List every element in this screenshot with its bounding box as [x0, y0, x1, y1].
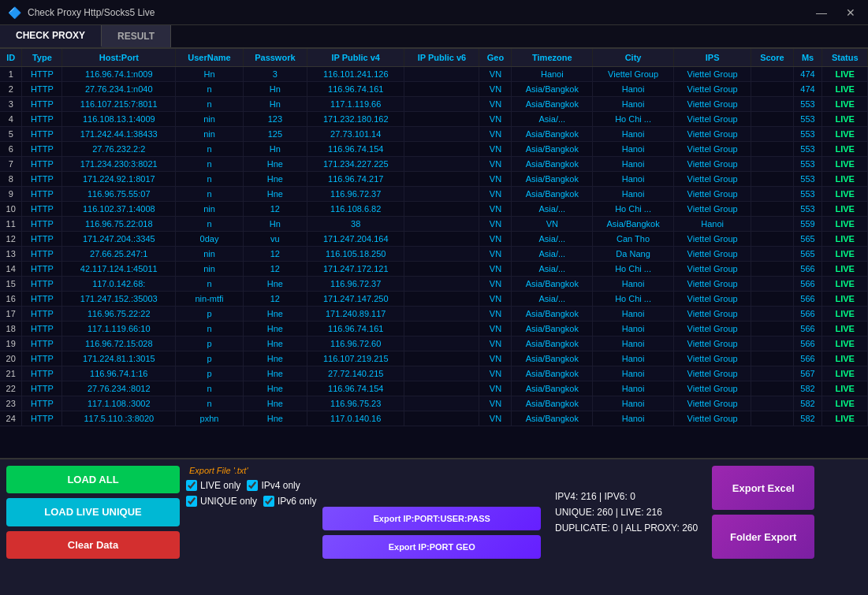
table-cell: HTTP	[22, 217, 62, 232]
table-cell: LIVE	[822, 187, 868, 202]
table-cell: pxhn	[176, 411, 243, 426]
table-cell: Asia/Bangkok	[512, 411, 593, 426]
table-cell: nin	[176, 127, 243, 142]
table-cell: Asia/Bangkok	[512, 157, 593, 172]
bottom-panel: LOAD ALL LOAD LIVE UNIQUE Clear Data Exp…	[0, 459, 868, 565]
table-cell: 116.96.72.60	[307, 337, 404, 351]
table-cell: 117.1.119.66:10	[62, 322, 176, 337]
table-cell: HTTP	[22, 396, 62, 411]
export-ip-port-user-pass-button[interactable]: Export IP:PORT:USER:PASS	[322, 507, 541, 530]
col-header-passwork: Passwork	[243, 49, 307, 67]
col-header-ip-public-v4: IP Public v4	[307, 49, 404, 67]
table-cell: LIVE	[822, 277, 868, 292]
table-cell: HTTP	[22, 247, 62, 262]
table-cell: 553	[793, 157, 822, 172]
table-row: 3HTTP116.107.215:7:8011nHn117.1.119.66VN…	[0, 97, 868, 112]
table-cell: 553	[793, 187, 822, 202]
table-cell: VN	[479, 187, 512, 202]
table-cell: Asia/Bangkok	[512, 366, 593, 381]
load-all-button[interactable]: LOAD ALL	[6, 466, 180, 493]
ipv4-only-checkbox[interactable]: IPv4 only	[247, 480, 300, 491]
col-header-ms: Ms	[793, 49, 822, 67]
live-only-checkbox[interactable]: LIVE only	[186, 480, 240, 491]
table-row: 6HTTP27.76.232.2:2nHn116.96.74.154VNAsia…	[0, 142, 868, 157]
unique-only-checkbox[interactable]: UNIQUE only	[186, 496, 257, 507]
table-cell: LIVE	[822, 381, 868, 396]
table-cell: 12	[243, 247, 307, 262]
table-cell: HTTP	[22, 232, 62, 247]
table-cell: 16	[0, 292, 22, 307]
table-cell: Asia/Bangkok	[593, 217, 674, 232]
table-cell: n	[176, 142, 243, 157]
tab-result[interactable]: RESULT	[102, 25, 171, 47]
export-excel-button[interactable]: Export Excel	[712, 466, 814, 510]
table-cell: 566	[793, 292, 822, 307]
table-cell	[404, 217, 479, 232]
table-cell: LIVE	[822, 396, 868, 411]
table-cell: Asia/Bangkok	[512, 337, 593, 351]
table-cell: 15	[0, 277, 22, 292]
table-cell	[751, 322, 793, 337]
table-cell	[404, 262, 479, 277]
table-row: 16HTTP171.247.152.:35003nin-mtfi12171.24…	[0, 292, 868, 307]
table-cell: Asia/Bangkok	[512, 82, 593, 97]
table-cell: Asia/...	[512, 202, 593, 217]
table-cell: VN	[479, 142, 512, 157]
table-cell: Hne	[243, 396, 307, 411]
table-cell: LIVE	[822, 322, 868, 337]
table-cell: 117.1.108.:3002	[62, 396, 176, 411]
table-cell: Asia/Bangkok	[512, 351, 593, 366]
table-cell	[751, 172, 793, 187]
table-cell: HTTP	[22, 112, 62, 127]
table-cell: Hanoi	[593, 381, 674, 396]
table-cell: 116.101.241.126	[307, 67, 404, 82]
table-cell: 116.96.74.154	[307, 381, 404, 396]
table-cell: HTTP	[22, 82, 62, 97]
clear-data-button[interactable]: Clear Data	[6, 531, 180, 559]
table-cell: 553	[793, 97, 822, 112]
table-cell: 566	[793, 322, 822, 337]
table-cell: Asia/...	[512, 232, 593, 247]
table-cell: Asia/Bangkok	[512, 277, 593, 292]
ipv6-only-checkbox[interactable]: IPv6 only	[263, 496, 316, 507]
table-cell	[404, 366, 479, 381]
table-cell	[751, 187, 793, 202]
table-cell: LIVE	[822, 97, 868, 112]
minimize-button[interactable]: —	[811, 5, 832, 20]
table-cell: Viettel Group	[673, 396, 751, 411]
table-cell	[404, 232, 479, 247]
table-cell: Viettel Group	[673, 337, 751, 351]
table-cell: VN	[479, 351, 512, 366]
tab-check-proxy[interactable]: CHECK PROXY	[0, 25, 102, 47]
table-row: 2HTTP27.76.234.1:n040nHn116.96.74.161VNA…	[0, 82, 868, 97]
table-body: 1HTTP116.96.74.1:n009Hn3116.101.241.126V…	[0, 67, 868, 426]
table-cell: 565	[793, 247, 822, 262]
table-cell: LIVE	[822, 351, 868, 366]
table-cell: 117.0.142.68:	[62, 277, 176, 292]
table-cell: Can Tho	[593, 232, 674, 247]
table-cell: Viettel Group	[673, 277, 751, 292]
table-cell: 123	[243, 112, 307, 127]
table-cell: 22	[0, 381, 22, 396]
table-cell: 7	[0, 157, 22, 172]
table-cell: 12	[243, 292, 307, 307]
table-cell: p	[176, 337, 243, 351]
table-cell	[404, 411, 479, 426]
table-cell: 12	[243, 262, 307, 277]
table-cell: VN	[479, 292, 512, 307]
export-ip-port-geo-button[interactable]: Export IP:PORT GEO	[322, 535, 541, 559]
table-cell: Hne	[243, 322, 307, 337]
export-title: Export File '.txt'	[186, 466, 541, 475]
table-cell: 4	[0, 112, 22, 127]
table-cell	[751, 127, 793, 142]
table-cell: HTTP	[22, 67, 62, 82]
folder-export-button[interactable]: Folder Export	[712, 515, 814, 559]
table-cell: VN	[479, 277, 512, 292]
table-cell: Hanoi	[593, 322, 674, 337]
table-container[interactable]: IDTypeHost:PortUserNamePassworkIP Public…	[0, 49, 868, 459]
load-live-unique-button[interactable]: LOAD LIVE UNIQUE	[6, 498, 180, 526]
table-cell: Hanoi	[593, 396, 674, 411]
table-row: 1HTTP116.96.74.1:n009Hn3116.101.241.126V…	[0, 67, 868, 82]
close-button[interactable]: ✕	[841, 5, 860, 20]
table-cell: Hn	[243, 217, 307, 232]
